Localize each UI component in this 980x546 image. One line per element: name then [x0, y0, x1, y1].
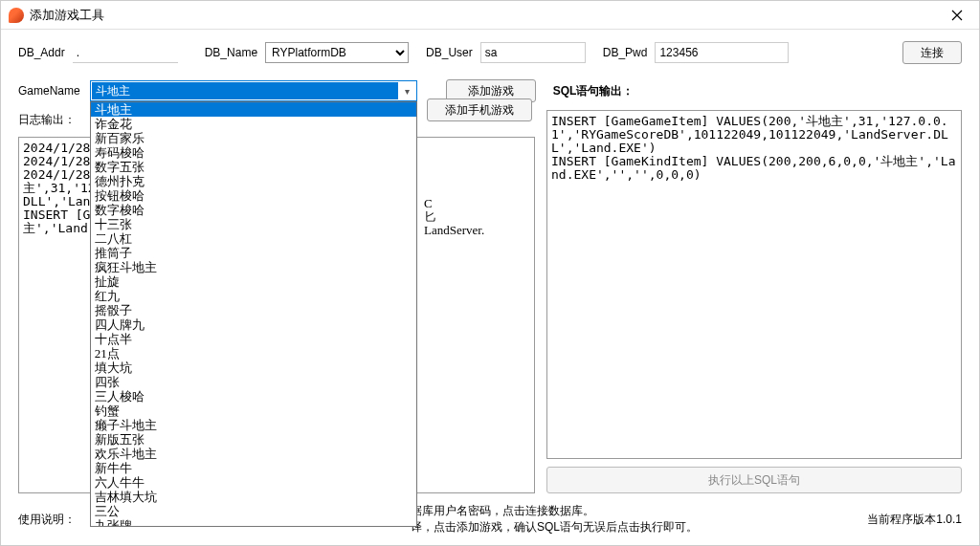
chevron-down-icon: ▾ [399, 86, 416, 97]
close-button[interactable] [943, 2, 971, 29]
dropdown-item[interactable]: 德州扑克 [91, 174, 416, 188]
execute-sql-button[interactable]: 执行以上SQL语句 [546, 467, 962, 493]
db-user-input[interactable] [480, 42, 586, 63]
dropdown-item[interactable]: 三公 [91, 504, 416, 518]
dropdown-item[interactable]: 欢乐斗地主 [91, 447, 416, 461]
db-connection-row: DB_Addr DB_Name RYPlatformDB DB_User DB_… [18, 41, 962, 64]
db-pwd-label: DB_Pwd [603, 46, 648, 59]
sql-output-textarea[interactable]: INSERT [GameGameItem] VALUES(200,'斗地主',3… [546, 110, 962, 459]
gamename-selected: 斗地主 [92, 82, 398, 99]
gamename-label: GameName [18, 84, 80, 98]
gamename-dropdown[interactable]: 斗地主诈金花新百家乐寿码梭哈数字五张德州扑克按钮梭哈数字梭哈十三张二八杠推筒子疯… [90, 101, 417, 527]
app-icon [9, 8, 24, 23]
dropdown-item[interactable]: 数字梭哈 [91, 203, 416, 217]
dropdown-item[interactable]: 按钮梭哈 [91, 188, 416, 203]
dropdown-item[interactable]: 斗地主 [91, 102, 416, 117]
game-combo-wrapper: 斗地主 ▾ 斗地主诈金花新百家乐寿码梭哈数字五张德州扑克按钮梭哈数字梭哈十三张二… [90, 80, 417, 101]
dropdown-item[interactable]: 推筒子 [91, 246, 416, 260]
dropdown-item[interactable]: 三人梭哈 [91, 389, 416, 404]
dropdown-item[interactable]: 新牛牛 [91, 461, 416, 475]
dropdown-item[interactable]: 六人牛牛 [91, 475, 416, 490]
dropdown-item[interactable]: 新版五张 [91, 432, 416, 447]
dropdown-item[interactable]: 扯旋 [91, 274, 416, 289]
app-window: 添加游戏工具 DB_Addr DB_Name RYPlatformDB DB_U… [0, 0, 980, 546]
dropdown-item[interactable]: 九张牌 [91, 518, 416, 527]
dropdown-item[interactable]: 新百家乐 [91, 131, 416, 145]
add-mobile-game-button[interactable]: 添加手机游戏 [427, 98, 532, 121]
titlebar: 添加游戏工具 [1, 1, 979, 30]
dropdown-item[interactable]: 填大坑 [91, 360, 416, 375]
dropdown-item[interactable]: 十点半 [91, 332, 416, 346]
log-output-label: 日志输出： [18, 112, 76, 128]
dropdown-item[interactable]: 吉林填大坑 [91, 490, 416, 504]
dropdown-item[interactable]: 寿码梭哈 [91, 145, 416, 160]
gamename-combobox[interactable]: 斗地主 ▾ [90, 80, 417, 101]
dropdown-item[interactable]: 诈金花 [91, 117, 416, 131]
close-icon [951, 10, 963, 21]
db-addr-label: DB_Addr [18, 46, 65, 59]
dropdown-item[interactable]: 二八杠 [91, 231, 416, 246]
dropdown-item[interactable]: 摇骰子 [91, 303, 416, 317]
db-user-label: DB_User [426, 46, 473, 59]
dropdown-item[interactable]: 疯狂斗地主 [91, 260, 416, 274]
db-addr-input[interactable] [73, 42, 178, 63]
log-fragment: C 匕 LandServer. [424, 197, 484, 237]
dropdown-item[interactable]: 21点 [91, 346, 416, 360]
db-name-select[interactable]: RYPlatformDB [265, 42, 409, 63]
db-pwd-input[interactable] [655, 42, 789, 63]
version-label: 当前程序版本1.0.1 [867, 512, 962, 528]
dropdown-item[interactable]: 数字五张 [91, 160, 416, 174]
db-name-label: DB_Name [205, 46, 257, 59]
dropdown-item[interactable]: 十三张 [91, 217, 416, 231]
sql-output-label: SQL语句输出： [553, 83, 635, 99]
window-title: 添加游戏工具 [30, 7, 104, 24]
dropdown-item[interactable]: 钓蟹 [91, 404, 416, 418]
right-column: INSERT [GameGameItem] VALUES(200,'斗地主',3… [546, 110, 962, 493]
content-area: DB_Addr DB_Name RYPlatformDB DB_User DB_… [1, 30, 979, 545]
instruction-label: 使用说明： [18, 512, 76, 528]
dropdown-item[interactable]: 癞子斗地主 [91, 418, 416, 432]
dropdown-item[interactable]: 四张 [91, 375, 416, 389]
dropdown-item[interactable]: 四人牌九 [91, 317, 416, 332]
connect-button[interactable]: 连接 [902, 41, 962, 64]
dropdown-item[interactable]: 红九 [91, 289, 416, 303]
